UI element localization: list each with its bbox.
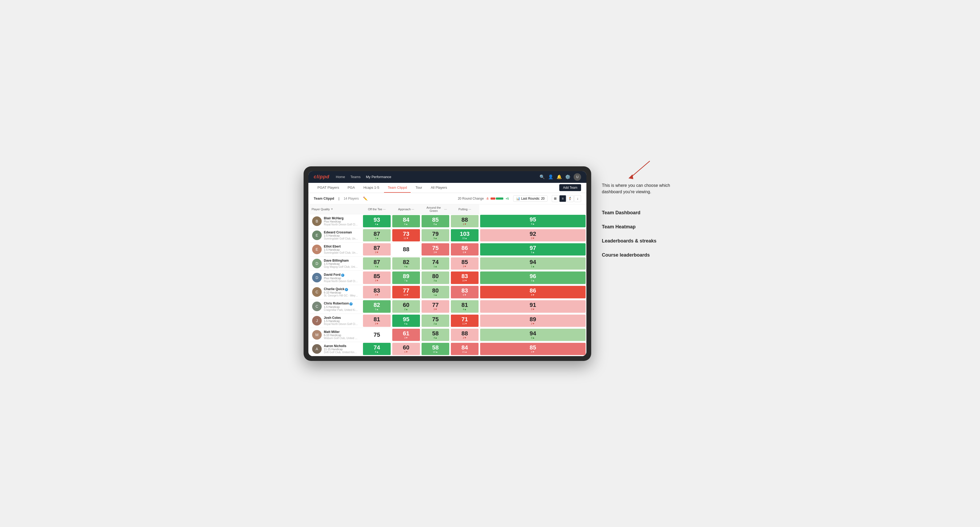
score-change: 8▼ — [531, 294, 535, 296]
score-player_quality-2: 87 3▼ — [362, 242, 391, 256]
score-change: 8▲ — [375, 351, 379, 353]
edit-icon[interactable]: ✏️ — [363, 197, 368, 201]
score-approach-9: 58 10▲ — [421, 342, 450, 356]
score-number: 88 — [461, 330, 468, 337]
score-number: 87 — [374, 231, 380, 237]
score-change: 3▼ — [434, 308, 437, 311]
player-cell-0[interactable]: B Blair McHarg Plus Handicap Royal North… — [309, 214, 362, 228]
score-putting-3: 94 1▲ — [479, 256, 586, 270]
score-change: 3▼ — [375, 322, 379, 325]
score-change: 7▲ — [404, 279, 408, 282]
score-inner: 91 3▼ — [480, 300, 585, 313]
player-avatar: D — [312, 259, 322, 268]
score-putting-4: 96 3▲ — [479, 270, 586, 285]
sub-nav: PGAT Players PGA Hcaps 1-5 Team Clippd T… — [309, 183, 586, 193]
score-change: 3▼ — [434, 251, 437, 254]
col-approach[interactable]: Approach — — [391, 205, 421, 214]
score-number: 58 — [432, 330, 439, 337]
score-off_tee-3: 82 4▲ — [391, 256, 421, 270]
annotation-item-2: Leaderboards & streaks — [602, 234, 676, 248]
player-info: Blair McHarg Plus Handicap Royal North D… — [324, 216, 358, 226]
score-inner: 86 6▼ — [451, 243, 479, 256]
player-info: Dave Billingham 1-5 Handicap Gog Magog G… — [324, 259, 358, 268]
player-cell-1[interactable]: E Edward Crossman 1-5 Handicap Sunningda… — [309, 228, 362, 242]
score-inner: 89 2▼ — [480, 314, 585, 327]
score-number: 82 — [374, 302, 380, 308]
subnav-pgat[interactable]: PGAT Players — [314, 183, 343, 193]
score-number: 87 — [374, 245, 380, 251]
player-cell-2[interactable]: E Elliot Ebert 1-5 Handicap Sunningdale … — [309, 242, 362, 256]
score-inner: 89 7▲ — [392, 271, 420, 284]
table-view-button[interactable]: ≡ — [559, 195, 566, 202]
score-inner: 85 8▲ — [422, 215, 449, 227]
player-avatar: E — [312, 244, 322, 254]
subnav-pga[interactable]: PGA — [344, 183, 358, 193]
nav-bar: clippd Home Teams My Performance 🔍 👤 🔔 ⚙… — [309, 171, 586, 183]
score-player_quality-0: 93 4▲ — [362, 214, 391, 228]
subnav-all-players[interactable]: All Players — [427, 183, 450, 193]
score-change: 6▼ — [463, 251, 466, 254]
last-rounds-icon: 📊 — [516, 197, 520, 200]
nav-my-performance[interactable]: My Performance — [366, 175, 391, 179]
nav-teams[interactable]: Teams — [350, 175, 361, 179]
col-putting[interactable]: Putting — — [450, 205, 479, 214]
score-change: 3▲ — [375, 308, 379, 311]
player-name: Charlie Quick✓ — [324, 287, 358, 291]
player-cell-5[interactable]: C Charlie Quick✓ 6-10 Handicap St. Georg… — [309, 285, 362, 299]
score-change: 6▲ — [404, 223, 408, 225]
score-inner: 83 6▼ — [451, 286, 479, 298]
export-button[interactable]: ↓ — [574, 195, 581, 202]
score-change: 4▲ — [404, 265, 408, 268]
score-change: 9▲ — [531, 222, 535, 225]
score-change: 21▲ — [462, 351, 467, 353]
player-handicap: 1-5 Handicap — [324, 248, 358, 251]
nav-home[interactable]: Home — [336, 175, 345, 179]
col-off-tee[interactable]: Off the Tee — — [362, 205, 391, 214]
user-icon[interactable]: 👤 — [548, 174, 554, 179]
score-change: 4▼ — [531, 351, 535, 353]
score-change: 3▼ — [375, 294, 379, 296]
col-around-green[interactable]: Around the Green — — [421, 205, 450, 214]
search-icon[interactable]: 🔍 — [539, 174, 545, 179]
score-change: 4▲ — [434, 337, 437, 339]
bell-icon[interactable]: 🔔 — [557, 174, 562, 179]
score-player_quality-8: 75 — [362, 328, 391, 342]
col-player-quality[interactable]: Player Quality ▼ — [309, 205, 362, 214]
player-cell-8[interactable]: M Matt Miller 6-10 Handicap Woburn Golf … — [309, 328, 362, 342]
score-inner: 83 10▼ — [451, 271, 479, 284]
subnav-hcaps[interactable]: Hcaps 1-5 — [360, 183, 383, 193]
settings-icon[interactable]: ⚙️ — [565, 174, 570, 179]
score-change: 3▼ — [375, 251, 379, 254]
player-cell-7[interactable]: J Josh Coles 1-5 Handicap Royal North De… — [309, 314, 362, 328]
player-cell-9[interactable]: A Aaron Nicholls 11-15 Handicap Drift Go… — [309, 342, 362, 356]
score-around_green-9: 84 21▲ — [450, 342, 479, 356]
bar-red — [490, 197, 495, 200]
heatmap-view-button[interactable]: 🏌 — [567, 195, 574, 202]
player-club: Royal North Devon Golf Club, United King… — [324, 322, 358, 325]
score-around_green-0: 88 1▼ — [450, 214, 479, 228]
score-inner: 77 3▼ — [422, 300, 449, 313]
last-rounds-button[interactable]: 📊 Last Rounds: 20 — [513, 195, 547, 202]
change-bar — [490, 197, 503, 200]
player-cell-6[interactable]: C Chris Robertson✓ 1-5 Handicap Craigmil… — [309, 299, 362, 314]
subnav-team-clippd[interactable]: Team Clippd — [384, 183, 410, 193]
score-inner: 87 3▼ — [363, 243, 391, 256]
score-change: 3▼ — [531, 308, 535, 311]
grid-view-button[interactable]: ⊞ — [552, 195, 559, 202]
player-cell-3[interactable]: D Dave Billingham 1-5 Handicap Gog Magog… — [309, 256, 362, 270]
team-count: 14 Players — [344, 197, 359, 200]
player-cell-4[interactable]: D David Ford✓ Plus Handicap Royal North … — [309, 270, 362, 285]
avatar[interactable]: U — [574, 173, 581, 181]
score-putting-7: 89 2▼ — [479, 314, 586, 328]
score-change: 11▼ — [462, 322, 467, 325]
score-inner: 61 3▼ — [392, 329, 420, 341]
score-inner: 92 3▼ — [480, 229, 585, 241]
table-row: M Matt Miller 6-10 Handicap Woburn Golf … — [309, 328, 586, 342]
player-name: Josh Coles — [324, 316, 358, 320]
score-change: 1▲ — [375, 237, 379, 240]
add-team-button[interactable]: Add Team — [559, 184, 581, 191]
table-row: D Dave Billingham 1-5 Handicap Gog Magog… — [309, 256, 586, 270]
score-change: 2▲ — [404, 308, 408, 311]
subnav-tour[interactable]: Tour — [412, 183, 426, 193]
score-number: 58 — [432, 344, 439, 351]
